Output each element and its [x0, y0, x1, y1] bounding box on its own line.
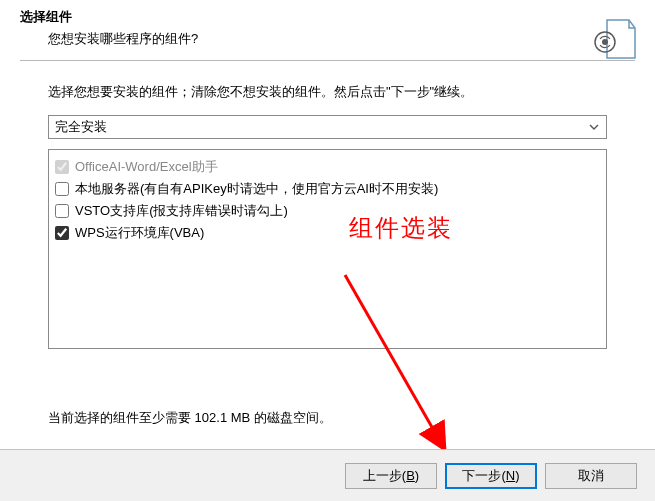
wizard-footer: 上一步(B) 下一步(N) 取消 — [0, 449, 655, 501]
component-checkbox[interactable] — [55, 226, 69, 240]
component-label: 本地服务器(有自有APIKey时请选中，使用官方云AI时不用安装) — [75, 180, 438, 198]
annotation-text: 组件选装 — [349, 212, 453, 244]
component-checkbox[interactable] — [55, 182, 69, 196]
back-button[interactable]: 上一步(B) — [345, 463, 437, 489]
component-label: OfficeAI-Word/Excel助手 — [75, 158, 218, 176]
component-label: WPS运行环境库(VBA) — [75, 224, 204, 242]
component-row[interactable]: VSTO支持库(报支持库错误时请勾上) — [53, 200, 602, 222]
svg-point-1 — [602, 39, 608, 45]
instruction-text: 选择您想要安装的组件；清除您不想安装的组件。然后点击"下一步"继续。 — [48, 83, 607, 101]
chevron-down-icon — [585, 119, 602, 136]
installer-icon — [589, 14, 637, 62]
install-type-dropdown[interactable]: 完全安装 — [48, 115, 607, 139]
next-button[interactable]: 下一步(N) — [445, 463, 537, 489]
content-area: 选择您想要安装的组件；清除您不想安装的组件。然后点击"下一步"继续。 完全安装 … — [0, 65, 655, 349]
component-checkbox — [55, 160, 69, 174]
dropdown-selected: 完全安装 — [55, 118, 107, 136]
header-divider — [20, 60, 635, 61]
component-checkbox[interactable] — [55, 204, 69, 218]
cancel-button[interactable]: 取消 — [545, 463, 637, 489]
disk-space-text: 当前选择的组件至少需要 102.1 MB 的磁盘空间。 — [48, 409, 332, 427]
wizard-header: 选择组件 您想安装哪些程序的组件? — [0, 0, 655, 65]
page-subtitle: 您想安装哪些程序的组件? — [48, 30, 635, 48]
components-listbox[interactable]: 组件选装 OfficeAI-Word/Excel助手本地服务器(有自有APIKe… — [48, 149, 607, 349]
component-row[interactable]: WPS运行环境库(VBA) — [53, 222, 602, 244]
component-row[interactable]: 本地服务器(有自有APIKey时请选中，使用官方云AI时不用安装) — [53, 178, 602, 200]
page-title: 选择组件 — [20, 8, 635, 26]
component-label: VSTO支持库(报支持库错误时请勾上) — [75, 202, 288, 220]
component-row: OfficeAI-Word/Excel助手 — [53, 156, 602, 178]
